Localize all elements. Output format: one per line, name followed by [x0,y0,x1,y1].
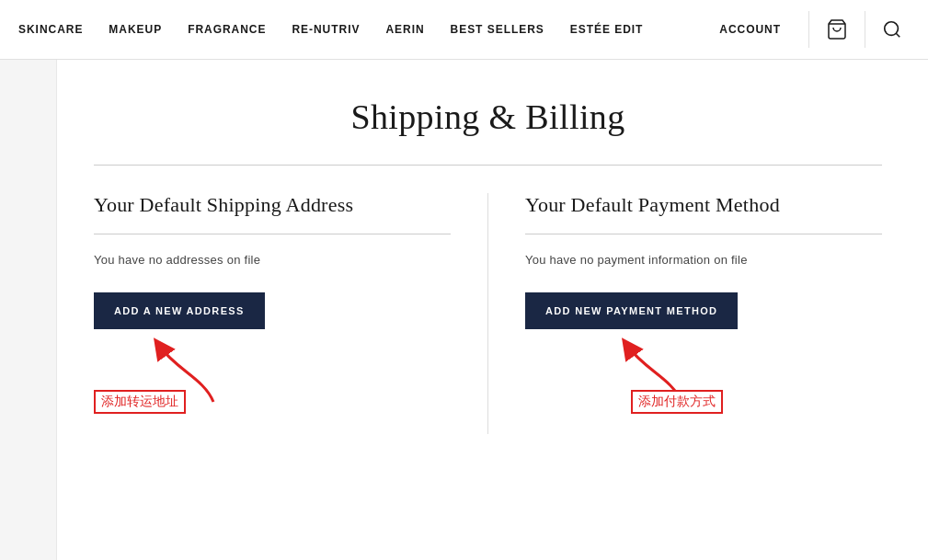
nav-aerin[interactable]: AERIN [385,23,424,36]
main-content: Shipping & Billing Your Default Shipping… [57,60,928,560]
nav-best-sellers[interactable]: BEST SELLERS [451,23,544,36]
page-layout: Shipping & Billing Your Default Shipping… [0,60,928,560]
payment-divider [525,234,882,234]
shipping-divider [94,234,451,234]
site-header: SKINCARE MAKEUP FRAGRANCE RE-NUTRIV AERI… [0,0,928,60]
cart-icon [826,18,848,40]
shipping-section-title: Your Default Shipping Address [94,193,451,217]
account-link[interactable]: ACCOUNT [719,23,781,36]
header-divider-2 [865,11,865,48]
search-icon [882,19,902,40]
search-button[interactable] [875,12,910,47]
cart-button[interactable] [819,11,855,48]
shipping-annotation-text: 添加转运地址 [94,390,186,414]
shipping-column: Your Default Shipping Address You have n… [94,193,488,434]
payment-column: Your Default Payment Method You have no … [488,193,882,434]
payment-section-title: Your Default Payment Method [525,193,882,217]
main-navigation: SKINCARE MAKEUP FRAGRANCE RE-NUTRIV AERI… [18,23,643,36]
nav-re-nutriv[interactable]: RE-NUTRIV [292,23,360,36]
two-column-layout: Your Default Shipping Address You have n… [94,193,882,434]
sidebar-strip [0,60,57,560]
svg-line-2 [896,33,899,37]
add-payment-method-button[interactable]: ADD NEW PAYMENT METHOD [525,292,738,329]
nav-skincare[interactable]: SKINCARE [18,23,83,36]
nav-estee-edit[interactable]: ESTÉE EDIT [570,23,644,36]
header-right-actions: ACCOUNT [719,11,910,48]
shipping-no-info: You have no addresses on file [94,253,451,267]
title-divider [94,165,882,166]
nav-makeup[interactable]: MAKEUP [109,23,162,36]
add-new-address-button[interactable]: ADD A NEW ADDRESS [94,292,265,329]
payment-annotation-text: 添加付款方式 [631,390,723,414]
page-title: Shipping & Billing [94,97,882,137]
nav-fragrance[interactable]: FRAGRANCE [188,23,266,36]
svg-point-1 [885,22,899,36]
payment-no-info: You have no payment information on file [525,253,882,267]
header-divider [808,11,809,48]
